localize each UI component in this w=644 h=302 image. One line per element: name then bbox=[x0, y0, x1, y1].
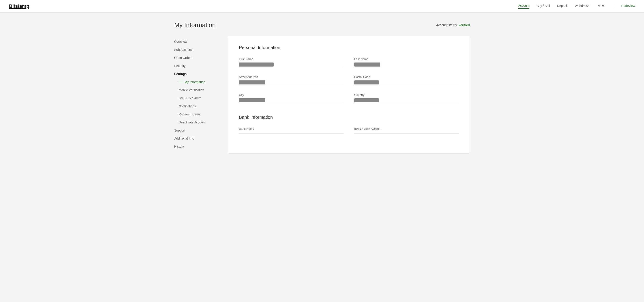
sidebar-item-notifications[interactable]: Notifications bbox=[179, 102, 228, 110]
nav-withdrawal[interactable]: Withdrawal bbox=[575, 4, 590, 9]
first-name-label: First Name bbox=[239, 57, 344, 61]
first-name-field: First Name bbox=[239, 57, 344, 68]
country-label: Country bbox=[354, 93, 459, 97]
sidebar-item-my-information[interactable]: My Information bbox=[179, 78, 228, 86]
bank-name-input[interactable] bbox=[239, 132, 344, 134]
account-status-value: Verified bbox=[458, 23, 470, 27]
sidebar-item-history[interactable]: History bbox=[174, 142, 228, 151]
active-indicator bbox=[179, 82, 183, 82]
city-mask bbox=[239, 98, 265, 102]
street-address-label: Street Address bbox=[239, 75, 344, 79]
country-mask bbox=[354, 98, 379, 102]
first-name-mask bbox=[239, 63, 274, 67]
city-label: City bbox=[239, 93, 344, 97]
sidebar-item-sub-accounts[interactable]: Sub Accounts bbox=[174, 46, 228, 54]
postal-code-field: Postal Code bbox=[354, 75, 459, 86]
nav-tradeview[interactable]: Tradeview bbox=[621, 4, 635, 9]
page-title: My Information bbox=[174, 22, 216, 29]
sidebar-item-support[interactable]: Support bbox=[174, 126, 228, 134]
logo[interactable]: Bitstamp bbox=[9, 3, 29, 9]
account-status: Account status: Verified bbox=[436, 23, 470, 27]
street-address-input[interactable] bbox=[239, 80, 344, 86]
street-address-field: Street Address bbox=[239, 75, 344, 86]
country-field: Country bbox=[354, 93, 459, 104]
nav-deposit[interactable]: Deposit bbox=[557, 4, 568, 9]
main-content: Personal Information First Name Last Nam… bbox=[228, 36, 470, 154]
iban-input[interactable] bbox=[354, 132, 459, 134]
postal-code-label: Postal Code bbox=[354, 75, 459, 79]
personal-info-title: Personal Information bbox=[239, 45, 459, 50]
sidebar-item-deactivate-account[interactable]: Deactivate Account bbox=[179, 118, 228, 126]
nav-news[interactable]: News bbox=[598, 4, 605, 9]
bank-name-field: Bank Name bbox=[239, 127, 344, 134]
last-name-field: Last Name bbox=[354, 57, 459, 68]
iban-field: IBAN / Bank Account bbox=[354, 127, 459, 134]
postal-code-mask bbox=[354, 80, 379, 85]
nav-divider: | bbox=[612, 4, 614, 9]
city-input[interactable] bbox=[239, 98, 344, 104]
sidebar-item-overview[interactable]: Overview bbox=[174, 38, 228, 46]
main-nav: Account Buy / Sell Deposit Withdrawal Ne… bbox=[518, 4, 635, 9]
bank-info-title: Bank Information bbox=[239, 115, 459, 120]
bank-name-label: Bank Name bbox=[239, 127, 344, 130]
personal-info-grid: First Name Last Name Street Address bbox=[239, 57, 459, 104]
sidebar-item-settings[interactable]: Settings bbox=[174, 70, 228, 78]
account-status-label: Account status: bbox=[436, 23, 458, 27]
last-name-label: Last Name bbox=[354, 57, 459, 61]
nav-buy-sell[interactable]: Buy / Sell bbox=[536, 4, 550, 9]
sidebar-item-redeem-bonus[interactable]: Redeem Bonus bbox=[179, 110, 228, 118]
sidebar-submenu-settings: My Information Mobile Verification SMS P… bbox=[174, 78, 228, 126]
page-header: My Information Account status: Verified bbox=[174, 22, 470, 29]
nav-account[interactable]: Account bbox=[518, 4, 530, 9]
country-input[interactable] bbox=[354, 98, 459, 104]
postal-code-input[interactable] bbox=[354, 80, 459, 86]
iban-label: IBAN / Bank Account bbox=[354, 127, 459, 130]
page-container: My Information Account status: Verified … bbox=[165, 13, 479, 163]
city-field: City bbox=[239, 93, 344, 104]
content-wrapper: Overview Sub Accounts Open Orders Securi… bbox=[174, 36, 470, 154]
bank-info-grid: Bank Name IBAN / Bank Account bbox=[239, 127, 459, 134]
street-address-mask bbox=[239, 80, 265, 85]
last-name-mask bbox=[354, 63, 380, 67]
last-name-input[interactable] bbox=[354, 63, 459, 68]
sidebar: Overview Sub Accounts Open Orders Securi… bbox=[174, 36, 228, 154]
sidebar-item-security[interactable]: Security bbox=[174, 62, 228, 70]
sidebar-item-open-orders[interactable]: Open Orders bbox=[174, 54, 228, 62]
sidebar-item-sms-price-alert[interactable]: SMS Price Alert bbox=[179, 94, 228, 102]
sidebar-item-additional-info[interactable]: Additional Info bbox=[174, 134, 228, 142]
first-name-input[interactable] bbox=[239, 63, 344, 68]
sidebar-item-mobile-verification[interactable]: Mobile Verification bbox=[179, 86, 228, 94]
site-header: Bitstamp Account Buy / Sell Deposit With… bbox=[0, 0, 644, 13]
